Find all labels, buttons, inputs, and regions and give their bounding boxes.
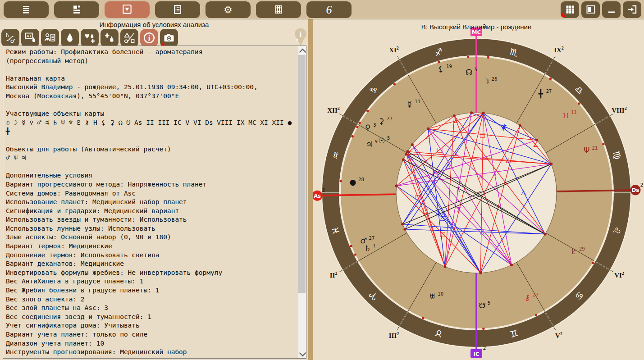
house-label-II: II2 <box>330 271 338 279</box>
aspect-glyph: ⊼ <box>492 170 497 178</box>
aspect-endpoint-dot <box>535 139 538 141</box>
degree-dot <box>487 56 489 58</box>
planet-pluto: ♇ <box>570 247 577 256</box>
degree-dot <box>354 253 356 255</box>
report-grid-icon <box>273 4 284 15</box>
planet-degree-north-node: 5 <box>475 67 477 72</box>
aspect-endpoint-dot <box>544 233 547 236</box>
panel-splitter[interactable] <box>308 19 313 360</box>
minimize-icon <box>606 4 617 15</box>
planet-jupiter: ♃ <box>366 140 373 149</box>
axis-label-imum-coeli: IC <box>474 351 480 357</box>
aspect-glyph: ∠ <box>533 141 539 148</box>
heart-drop-plus-icon: ♥ <box>83 32 96 44</box>
svg-text:6: 6 <box>326 4 332 15</box>
analysis-info-button[interactable]: i <box>140 29 158 47</box>
house-label-VIII: VIII2 <box>612 106 626 114</box>
svg-text:♥: ♥ <box>84 33 90 40</box>
analysis-conditions-button[interactable] <box>155 1 200 18</box>
aspect-endpoint-dot <box>550 163 553 165</box>
hint-pin-icon[interactable]: i <box>292 27 309 47</box>
axis-sup-imum-coeli: 2 <box>483 345 486 351</box>
aspect-endpoint-dot <box>401 223 404 226</box>
planet-degree-jupiter: 9 <box>375 139 378 144</box>
house-label-XI: XI2 <box>389 46 399 54</box>
aspect-endpoint-dot <box>443 265 446 268</box>
svg-text:♂: ♂ <box>10 37 15 44</box>
snapshot-button[interactable] <box>160 29 178 47</box>
aspect-endpoint-dot <box>519 124 521 127</box>
house-label-V: V2 <box>555 331 562 339</box>
logo-6-icon: 6 <box>323 4 335 15</box>
aromatherapy-text-button[interactable]: AT <box>21 29 39 47</box>
exit-button[interactable] <box>623 1 641 18</box>
degree-dot <box>350 245 352 247</box>
left-panel: Информация об условиях анализа ♄ ♂ AT ♥ <box>0 19 308 360</box>
aspect-endpoint-dot <box>453 114 456 117</box>
patient-card-button[interactable]: ♥ <box>41 29 59 47</box>
drop-icon <box>64 32 76 44</box>
minimize-button[interactable] <box>602 1 621 18</box>
aspect-endpoint-dot <box>403 228 406 231</box>
windows-layout-button[interactable] <box>54 1 99 18</box>
degree-dot <box>482 328 484 330</box>
hamburger-icon <box>21 4 32 15</box>
split-panel-icon <box>585 4 596 15</box>
planet-north-node: ☊ <box>466 68 472 77</box>
oil-drop-button[interactable] <box>61 29 79 47</box>
planet-neptune: Ψ <box>584 146 589 155</box>
svg-text:i: i <box>300 31 302 38</box>
degree-dot <box>366 110 369 112</box>
chart-view-button[interactable] <box>105 1 150 18</box>
planet-moon: ☽ <box>483 77 489 86</box>
house-label-VI: VI2 <box>614 271 624 279</box>
axis-sup-descendant: 2 <box>640 182 643 188</box>
health-mix-button[interactable]: ♥ <box>81 29 99 47</box>
scroll-up-button[interactable] <box>300 49 304 53</box>
aspect-glyph: ⊼ <box>457 206 461 213</box>
degree-dot <box>467 56 469 58</box>
aspect-endpoint-dot <box>427 128 429 130</box>
planet-degree-saturn: 1 <box>373 243 376 248</box>
planet-degree-south-node: 5 <box>488 301 490 305</box>
settings-button[interactable]: ⚙ <box>206 1 251 18</box>
brand-logo-button[interactable]: 6 <box>306 1 352 18</box>
aspect-glyph: □ <box>415 193 421 201</box>
scroll-down-button[interactable] <box>300 351 304 355</box>
toggle-side-panel-button[interactable] <box>581 1 600 18</box>
top-toolbar-right <box>561 1 644 18</box>
degree-dot <box>358 122 361 124</box>
medicine-drop-button[interactable] <box>100 29 119 47</box>
planet-degree-lilith: 19 <box>446 64 452 69</box>
transits-button[interactable]: ♄ ♂ <box>1 29 19 47</box>
planet-gates-point: ]·[ <box>563 113 569 119</box>
planet-chiron: ⚷ <box>525 293 530 302</box>
tables-report-button[interactable] <box>256 1 301 18</box>
grid-windows-button[interactable] <box>561 1 579 18</box>
exit-door-arrow-icon <box>627 4 638 15</box>
axis-sup-ascendant: 2 <box>322 187 325 193</box>
planet-degree-pluto: 29 <box>579 246 585 251</box>
analysis-toolbar: ♄ ♂ AT ♥ <box>1 29 178 48</box>
aspect-endpoint-dot <box>406 150 409 153</box>
boxed-down-triangle-icon <box>121 4 133 15</box>
top-toolbar: ⚙ 6 <box>0 0 644 19</box>
axis-label-ascendant: As <box>314 193 321 199</box>
planet-degree-mercury: 11 <box>415 99 420 104</box>
aspect-endpoint-dot <box>411 143 414 146</box>
analysis-text-box[interactable]: Режим работы: Профилактика болезней - ар… <box>3 46 306 359</box>
house-label-IX: IX2 <box>554 46 564 54</box>
aspect-endpoint-dot <box>402 158 405 161</box>
scrollbar-thumb[interactable] <box>298 55 306 293</box>
degree-dot <box>602 143 604 145</box>
svg-text:♥: ♥ <box>46 37 49 41</box>
gear-icon: ⚙ <box>222 4 234 15</box>
aspect-shapes-button[interactable] <box>120 29 138 47</box>
planet-degree-gates-point: 11 <box>571 110 577 115</box>
degree-dot <box>356 126 358 128</box>
planet-black-point: ● <box>350 178 356 187</box>
aspect-endpoint-dot <box>479 272 482 274</box>
main-menu-button[interactable] <box>4 1 49 18</box>
degree-dot <box>339 180 342 182</box>
vertical-scrollbar[interactable] <box>298 46 306 358</box>
